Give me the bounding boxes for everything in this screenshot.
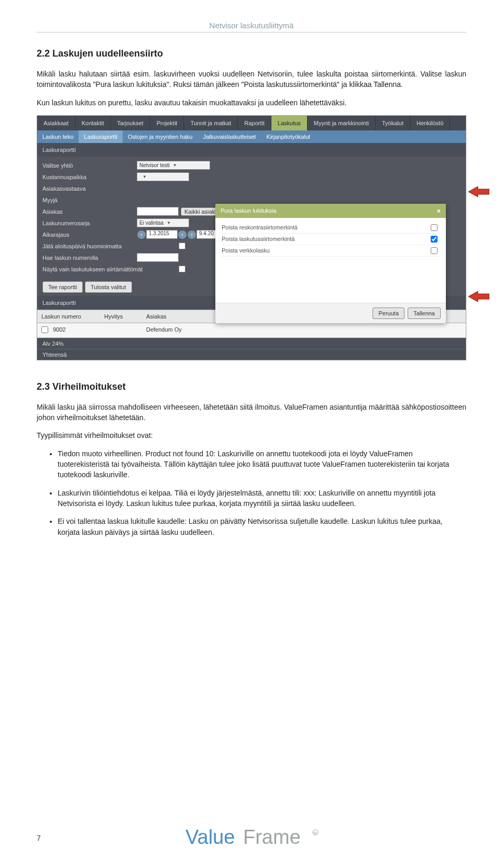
modal-row1-label: Poista reskontrasiirtomerkintä: [222, 224, 298, 230]
table-header-cell[interactable]: Laskun numero: [37, 310, 100, 323]
close-icon[interactable]: ×: [436, 207, 441, 215]
panel-title: Laskuraportti: [37, 143, 466, 157]
arrow-indicator-1: [468, 185, 489, 198]
primary-tabs: AsiakkaatKontaktitTarjouksetProjektitTun…: [37, 116, 466, 130]
secondary-tab[interactable]: Jatkuvaislaskutteiset: [198, 130, 261, 143]
laskutussiirto-checkbox[interactable]: [431, 236, 438, 243]
kustannuspaikka-label: Kustannuspaikka: [42, 174, 137, 180]
kustannuspaikka-select[interactable]: [137, 172, 189, 181]
modal-row2-label: Poista laskutussiirtomerkintä: [222, 236, 294, 242]
error-list: Tiedon muoto virheellinen. Product not f…: [37, 448, 466, 537]
primary-tab[interactable]: Asiakkaat: [37, 116, 75, 130]
myyja-label: Myyjä: [42, 197, 137, 203]
secondary-tab[interactable]: Laskun teko: [37, 130, 79, 143]
nayta-siirtamattomat-checkbox[interactable]: [179, 266, 185, 272]
verkkolasku-checkbox[interactable]: [431, 247, 438, 254]
footer-logo: Value Frame R: [185, 824, 322, 852]
sec23-p2: Tyypillisimmät virheilmoitukset ovat:: [37, 430, 466, 441]
primary-tab[interactable]: Projektit: [150, 116, 184, 130]
secondary-tab[interactable]: Ostojen ja myyntien haku: [123, 130, 198, 143]
nayta-siirtamattomat-label: Näytä vain laskutukseen siirtämättömät: [42, 266, 179, 272]
primary-tab[interactable]: Työkalut: [376, 116, 410, 130]
header-rule: [37, 32, 466, 32]
secondary-tabs: Laskun tekoLaskuraporttiOstojen ja myynt…: [37, 130, 466, 143]
table-cell: [434, 323, 466, 337]
secondary-tab[interactable]: Laskuraportti: [79, 130, 123, 143]
table-header-cell[interactable]: Hyvitys: [100, 310, 142, 323]
yhteensa-row: Yhteensä: [37, 349, 466, 360]
reskontra-checkbox[interactable]: [431, 224, 438, 231]
asiakasvastaava-label: Asiakasvastaava: [42, 185, 137, 192]
primary-tab[interactable]: Laskutus: [271, 116, 308, 130]
table-cell: Defendum Oy: [142, 323, 434, 337]
primary-tab[interactable]: Henkilöstö: [410, 116, 450, 130]
aika-start-input[interactable]: 1.3.2015: [146, 230, 178, 239]
unlock-modal: Pura laskun lukituksia × Poista reskontr…: [215, 204, 446, 323]
tee-raportti-button[interactable]: Tee raportti: [42, 281, 83, 293]
list-item: Tiedon muoto virheellinen. Product not f…: [58, 448, 466, 480]
asiakas-input[interactable]: [137, 207, 179, 216]
date-prev-icon[interactable]: ‹: [137, 230, 146, 239]
embedded-screenshot: AsiakkaatKontaktitTarjouksetProjektitTun…: [37, 115, 466, 360]
header-title: Netvisor laskutusliittymä: [37, 21, 466, 30]
date-next2-icon[interactable]: ›: [188, 230, 196, 239]
table-cell: [100, 323, 142, 337]
primary-tab[interactable]: Raportit: [238, 116, 271, 130]
section-2-3-title: 2.3 Virheilmoitukset: [37, 381, 466, 392]
secondary-tab[interactable]: Kirjanpitotyökalut: [261, 130, 315, 143]
jata-aloitus-checkbox[interactable]: [179, 243, 185, 249]
section-2-2-title: 2.2 Laskujen uudelleensiirto: [37, 48, 466, 59]
primary-tab[interactable]: Tunnit ja matkat: [184, 116, 238, 130]
valitse-yhtio-label: Valitse yhtiö: [42, 162, 137, 169]
save-button[interactable]: Tallenna: [408, 307, 441, 319]
modal-title: Pura laskun lukituksia: [221, 207, 276, 214]
jata-aloitus-label: Jätä aloituspäivä huomioimatta: [42, 243, 179, 249]
table-cell: 9002: [49, 323, 100, 337]
list-item: Laskurivin tiliöintiehdotus ei kelpaa. T…: [58, 488, 466, 509]
cancel-button[interactable]: Peruuta: [373, 307, 404, 319]
table-footer: Alv 24% Yhteensä: [37, 338, 466, 360]
sec22-p2: Kun laskun lukitus on purettu, lasku ava…: [37, 97, 466, 108]
page-number: 7: [37, 834, 41, 842]
tulosta-valitut-button[interactable]: Tulosta valitut: [85, 281, 132, 293]
sec23-p1: Mikäli lasku jää siirrossa mahdolliseen …: [37, 402, 466, 423]
arrow-indicator-2: [468, 290, 489, 303]
asiakas-label: Asiakas: [42, 208, 137, 215]
primary-tab[interactable]: Myynti ja markkinointi: [308, 116, 376, 130]
svg-text:Value: Value: [185, 826, 235, 848]
svg-marker-0: [468, 186, 489, 197]
list-item: Ei voi tallentaa laskua lukitulle kaudel…: [58, 516, 466, 537]
primary-tab[interactable]: Kontaktit: [75, 116, 111, 130]
hae-numerolla-input[interactable]: [137, 253, 179, 262]
svg-marker-1: [468, 291, 489, 302]
laskunumerosarja-select[interactable]: Ei valintaa: [137, 218, 189, 227]
sec22-p1: Mikäli lasku halutaan siirtää esim. lask…: [37, 69, 466, 90]
svg-text:R: R: [314, 831, 317, 836]
aikarajaus-label: Aikarajaus: [42, 232, 137, 238]
table-row[interactable]: 9002Defendum Oy: [37, 323, 466, 338]
alv-row: Alv 24%: [37, 338, 466, 349]
row-checkbox[interactable]: [37, 323, 49, 337]
primary-tab[interactable]: Tarjoukset: [111, 116, 150, 130]
valitse-yhtio-select[interactable]: Netvisor testi: [137, 161, 210, 170]
svg-text:Frame: Frame: [243, 826, 301, 848]
hae-numerolla-label: Hae laskun numerolla: [42, 255, 137, 261]
filter-form: Valitse yhtiö Netvisor testi Kustannuspa…: [37, 157, 466, 278]
modal-row3-label: Poista verkkolasku: [222, 247, 270, 254]
laskunumerosarja-label: Laskunumerosarja: [42, 220, 137, 226]
date-next-icon[interactable]: ›: [178, 230, 187, 239]
